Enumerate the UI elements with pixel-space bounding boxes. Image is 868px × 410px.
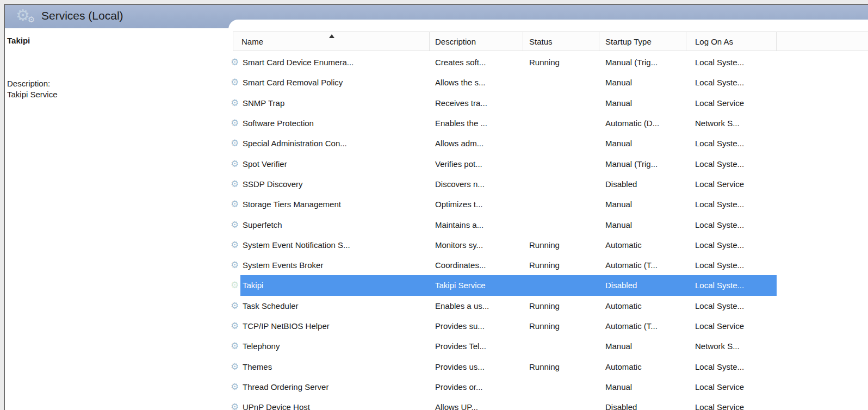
gear-icon: ⚙ xyxy=(231,78,243,87)
service-row[interactable]: ⚙ SNMP Trap Receives tra... Manual Local… xyxy=(231,93,777,113)
column-header-startup-type[interactable]: Startup Type xyxy=(599,32,686,51)
service-row[interactable]: ⚙ System Event Notification S... Monitor… xyxy=(231,235,777,255)
column-header-name[interactable]: Name xyxy=(233,32,430,51)
cell-log-on-as: Network S... xyxy=(686,119,777,128)
cell-startup-type: Automatic xyxy=(599,240,686,250)
cell-name: ⚙ UPnP Device Host xyxy=(231,402,430,410)
service-name-text: Themes xyxy=(243,362,272,371)
service-name-text: System Event Notification S... xyxy=(243,240,350,250)
cell-startup-type: Automatic xyxy=(599,301,686,310)
page-title: Services (Local) xyxy=(41,9,123,22)
service-row[interactable]: ⚙ Spot Verifier Verifies pot... Manual (… xyxy=(231,153,777,173)
column-header-label: Description xyxy=(435,37,476,46)
gear-icon: ⚙ xyxy=(231,362,243,371)
description-label: Description: xyxy=(7,79,228,88)
cell-description: Provides or... xyxy=(430,382,523,392)
service-name-text: Smart Card Device Enumera... xyxy=(243,58,354,67)
cell-description: Maintains a... xyxy=(430,220,523,229)
gear-icon: ⚙ xyxy=(231,260,243,270)
cell-name: ⚙ Takipi xyxy=(231,281,430,290)
service-row[interactable]: ⚙ Takipi Takipi Service Disabled Local S… xyxy=(231,275,777,295)
cell-description: Discovers n... xyxy=(430,179,523,189)
gear-icon: ⚙ xyxy=(231,179,243,189)
cell-startup-type: Manual xyxy=(599,382,686,392)
cell-name: ⚙ Software Protection xyxy=(231,119,430,128)
cell-description: Coordinates... xyxy=(430,260,523,270)
services-logo-icon: ⚙ ⚙ xyxy=(16,7,39,28)
service-row[interactable]: ⚙ Superfetch Maintains a... Manual Local… xyxy=(231,214,777,234)
window-frame: ⚙ ⚙ Services (Local) Takipi Description:… xyxy=(4,4,868,410)
column-header-description[interactable]: Description xyxy=(430,32,523,51)
cell-log-on-as: Local Syste... xyxy=(686,139,777,148)
cell-status: Running xyxy=(523,260,599,270)
service-name-text: System Events Broker xyxy=(243,260,323,270)
service-row[interactable]: ⚙ Task Scheduler Enables a us... Running… xyxy=(231,296,777,316)
cell-log-on-as: Local Syste... xyxy=(686,78,777,87)
cell-startup-type: Manual xyxy=(599,200,686,209)
gear-icon: ⚙ xyxy=(231,382,243,392)
gear-icon: ⚙ xyxy=(231,200,243,209)
cell-name: ⚙ Smart Card Device Enumera... xyxy=(231,58,430,67)
service-row[interactable]: ⚙ Software Protection Enables the ... Au… xyxy=(231,113,777,133)
cell-startup-type: Disabled xyxy=(599,402,686,410)
gear-icon: ⚙ xyxy=(28,15,35,24)
column-header-label: Status xyxy=(529,37,553,46)
service-name-text: UPnP Device Host xyxy=(243,402,310,410)
cell-description: Enables a us... xyxy=(430,301,523,310)
column-header-filler xyxy=(777,32,868,51)
gear-icon: ⚙ xyxy=(231,98,243,108)
cell-description: Optimizes t... xyxy=(430,200,523,209)
cell-startup-type: Manual xyxy=(599,341,686,351)
service-row[interactable]: ⚙ SSDP Discovery Discovers n... Disabled… xyxy=(231,174,777,194)
service-row[interactable]: ⚙ Themes Provides us... Running Automati… xyxy=(231,356,777,376)
gear-icon: ⚙ xyxy=(231,341,243,351)
table-header: NameDescriptionStatusStartup TypeLog On … xyxy=(233,32,868,51)
service-row[interactable]: ⚙ Smart Card Removal Policy Allows the s… xyxy=(231,72,777,92)
gear-icon: ⚙ xyxy=(231,240,243,250)
cell-log-on-as: Local Syste... xyxy=(686,240,777,250)
service-row[interactable]: ⚙ Special Administration Con... Allows a… xyxy=(231,133,777,153)
cell-name: ⚙ SNMP Trap xyxy=(231,98,430,108)
cell-status: Running xyxy=(523,58,599,67)
cell-description: Creates soft... xyxy=(430,58,523,67)
cell-name: ⚙ System Event Notification S... xyxy=(231,240,430,250)
cell-log-on-as: Local Syste... xyxy=(686,200,777,209)
column-header-status[interactable]: Status xyxy=(523,32,599,51)
service-name-text: Task Scheduler xyxy=(243,301,299,310)
service-row[interactable]: ⚙ System Events Broker Coordinates... Ru… xyxy=(231,255,777,275)
cell-log-on-as: Local Service xyxy=(686,179,777,189)
cell-startup-type: Manual xyxy=(599,220,686,229)
service-row[interactable]: ⚙ Smart Card Device Enumera... Creates s… xyxy=(231,52,777,72)
service-row[interactable]: ⚙ Telephony Provides Tel... Manual Netwo… xyxy=(231,336,777,356)
cell-description: Takipi Service xyxy=(430,281,523,290)
cell-name: ⚙ TCP/IP NetBIOS Helper xyxy=(231,321,430,331)
gear-icon: ⚙ xyxy=(231,220,243,229)
cell-log-on-as: Local Syste... xyxy=(686,220,777,229)
cell-name: ⚙ Telephony xyxy=(231,341,430,351)
cell-description: Provides su... xyxy=(430,321,523,331)
cell-name: ⚙ SSDP Discovery xyxy=(231,179,430,189)
cell-log-on-as: Local Syste... xyxy=(686,260,777,270)
column-header-log-on-as[interactable]: Log On As xyxy=(686,32,777,51)
service-name-text: Spot Verifier xyxy=(243,159,287,169)
cell-startup-type: Manual xyxy=(599,78,686,87)
column-header-label: Name xyxy=(241,37,263,46)
cell-log-on-as: Local Service xyxy=(686,382,777,392)
cell-startup-type: Manual xyxy=(599,139,686,148)
extended-view-panel: Takipi Description: Takipi Service xyxy=(5,28,228,410)
cell-description: Allows adm... xyxy=(430,139,523,148)
service-row[interactable]: ⚙ Storage Tiers Management Optimizes t..… xyxy=(231,194,777,214)
gear-icon: ⚙ xyxy=(231,321,243,331)
cell-name: ⚙ Smart Card Removal Policy xyxy=(231,78,430,87)
cell-description: Enables the ... xyxy=(430,119,523,128)
service-row[interactable]: ⚙ TCP/IP NetBIOS Helper Provides su... R… xyxy=(231,316,777,336)
service-name-text: Storage Tiers Management xyxy=(243,200,341,209)
service-row[interactable]: ⚙ UPnP Device Host Allows UP... Disabled… xyxy=(231,397,777,410)
service-row[interactable]: ⚙ Thread Ordering Server Provides or... … xyxy=(231,377,777,397)
sort-ascending-icon xyxy=(329,34,334,38)
cell-startup-type: Automatic xyxy=(599,362,686,371)
cell-name: ⚙ Special Administration Con... xyxy=(231,139,430,148)
services-list-panel: NameDescriptionStatusStartup TypeLog On … xyxy=(228,20,868,410)
cell-log-on-as: Local Syste... xyxy=(686,58,777,67)
cell-startup-type: Manual xyxy=(599,98,686,108)
